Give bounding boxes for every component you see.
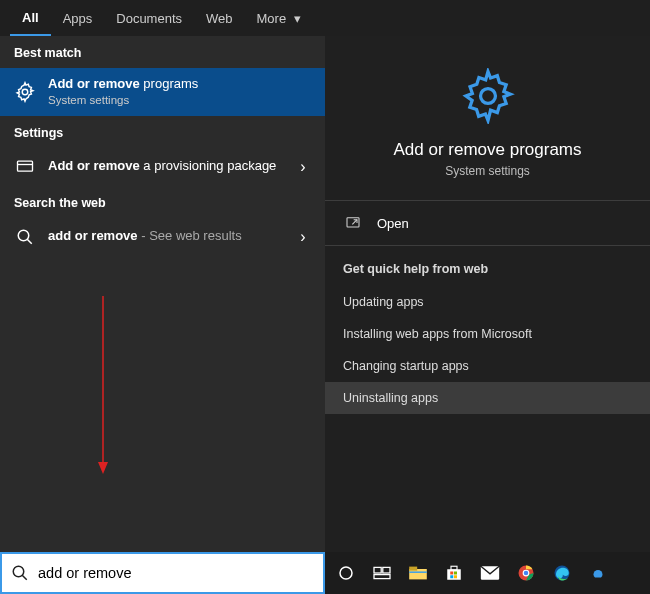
- svg-rect-20: [451, 566, 457, 570]
- result-title-rest: programs: [140, 76, 199, 91]
- search-body: Best match Add or remove programs System…: [0, 36, 650, 552]
- edge-icon[interactable]: [551, 562, 573, 584]
- gear-icon: [460, 68, 516, 124]
- open-app-icon: [345, 215, 363, 231]
- search-input[interactable]: [38, 554, 323, 592]
- chevron-right-icon: ›: [295, 158, 311, 176]
- task-view-icon[interactable]: [371, 562, 393, 584]
- result-best-match[interactable]: Add or remove programs System settings: [0, 68, 325, 116]
- mail-icon[interactable]: [479, 562, 501, 584]
- result-title-rest: a provisioning package: [140, 158, 277, 173]
- svg-point-28: [524, 571, 529, 576]
- svg-line-11: [22, 575, 27, 580]
- provisioning-icon: [14, 156, 36, 178]
- quick-help-header: Get quick help from web: [325, 246, 650, 286]
- tab-apps[interactable]: Apps: [51, 1, 105, 35]
- best-match-header: Best match: [0, 36, 325, 68]
- svg-rect-17: [409, 567, 417, 571]
- svg-marker-6: [98, 462, 108, 474]
- gear-icon: [14, 81, 36, 103]
- chevron-right-icon: ›: [295, 228, 311, 246]
- svg-point-10: [13, 566, 24, 577]
- svg-rect-21: [450, 572, 453, 575]
- result-web[interactable]: add or remove - See web results ›: [0, 218, 325, 256]
- help-item-uninstalling-apps[interactable]: Uninstalling apps: [325, 382, 650, 414]
- result-text: add or remove - See web results: [48, 228, 283, 245]
- tab-all[interactable]: All: [10, 0, 51, 36]
- svg-rect-24: [454, 575, 457, 578]
- results-panel: Best match Add or remove programs System…: [0, 36, 325, 552]
- result-title-bold: Add or remove: [48, 158, 140, 173]
- tab-documents[interactable]: Documents: [104, 1, 194, 35]
- result-title-rest: - See web results: [138, 228, 242, 243]
- svg-rect-18: [409, 571, 427, 573]
- search-box[interactable]: [0, 552, 325, 594]
- annotation-arrow-icon: [95, 296, 115, 476]
- help-item-changing-startup-apps[interactable]: Changing startup apps: [325, 350, 650, 382]
- details-title: Add or remove programs: [393, 140, 581, 160]
- open-label: Open: [377, 216, 409, 231]
- details-hero: Add or remove programs System settings: [325, 36, 650, 200]
- search-web-header: Search the web: [0, 186, 325, 218]
- svg-rect-14: [383, 567, 390, 573]
- open-action[interactable]: Open: [325, 201, 650, 245]
- svg-point-3: [18, 230, 29, 241]
- search-tabs: All Apps Documents Web More ▾: [0, 0, 650, 36]
- results-empty-space: [0, 256, 325, 552]
- app-icon[interactable]: [587, 562, 609, 584]
- svg-point-12: [340, 567, 352, 579]
- svg-rect-23: [450, 575, 453, 578]
- windows-search-panel: All Apps Documents Web More ▾ Best match…: [0, 0, 650, 594]
- details-subtitle: System settings: [445, 164, 530, 178]
- details-panel: Add or remove programs System settings O…: [325, 36, 650, 552]
- taskbar: [325, 552, 650, 594]
- search-icon: [14, 226, 36, 248]
- bottom-bar: [0, 552, 650, 594]
- tab-more-label: More: [257, 11, 287, 26]
- tab-more[interactable]: More ▾: [245, 1, 313, 35]
- tab-web[interactable]: Web: [194, 1, 245, 35]
- svg-line-4: [27, 239, 32, 244]
- svg-rect-22: [454, 572, 457, 575]
- svg-point-7: [480, 89, 495, 104]
- svg-rect-13: [374, 567, 381, 573]
- chrome-icon[interactable]: [515, 562, 537, 584]
- help-item-updating-apps[interactable]: Updating apps: [325, 286, 650, 318]
- cortana-icon[interactable]: [335, 562, 357, 584]
- search-icon: [2, 564, 38, 582]
- result-text: Add or remove a provisioning package: [48, 158, 283, 175]
- result-text: Add or remove programs System settings: [48, 76, 311, 108]
- svg-point-0: [22, 89, 28, 95]
- file-explorer-icon[interactable]: [407, 562, 429, 584]
- result-settings[interactable]: Add or remove a provisioning package ›: [0, 148, 325, 186]
- settings-header: Settings: [0, 116, 325, 148]
- help-item-installing-web-apps[interactable]: Installing web apps from Microsoft: [325, 318, 650, 350]
- result-title-bold: add or remove: [48, 228, 138, 243]
- microsoft-store-icon[interactable]: [443, 562, 465, 584]
- svg-rect-1: [18, 161, 33, 171]
- svg-line-9: [352, 220, 357, 225]
- chevron-down-icon: ▾: [294, 11, 301, 26]
- result-subtitle: System settings: [48, 93, 311, 108]
- svg-rect-15: [374, 575, 390, 579]
- result-title-bold: Add or remove: [48, 76, 140, 91]
